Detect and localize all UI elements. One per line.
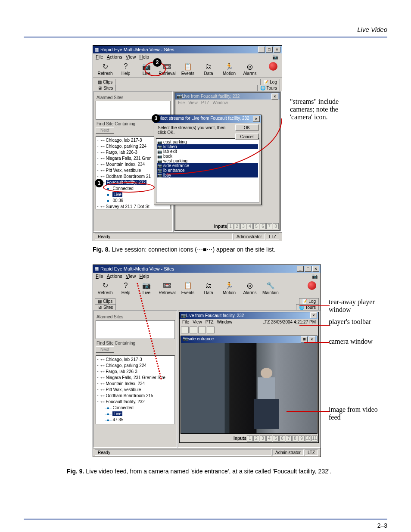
annotation-video-feed: image from video feed bbox=[329, 406, 387, 421]
camera-icon[interactable]: 📷 bbox=[312, 274, 318, 279]
input-btn[interactable]: 4 bbox=[266, 436, 272, 442]
inner-close[interactable]: × bbox=[271, 93, 278, 100]
tb-data[interactable]: 🗂Data bbox=[198, 281, 219, 295]
camera-icon bbox=[157, 140, 162, 144]
input-btn[interactable]: 2 bbox=[253, 436, 259, 442]
layout-1-button[interactable] bbox=[181, 327, 189, 333]
tab-sites[interactable]: 🖥 Sites bbox=[95, 85, 116, 91]
tb-maintain[interactable]: 🔧Maintain bbox=[260, 281, 281, 295]
menu-actions[interactable]: Actions bbox=[107, 54, 122, 60]
tree-node[interactable]: Oddham Boardroom 215 bbox=[97, 393, 174, 399]
input-btn[interactable]: 3 bbox=[240, 223, 246, 229]
layout-grid-button[interactable] bbox=[198, 327, 206, 333]
tree-node[interactable]: Chicago, parking 224 bbox=[97, 363, 174, 369]
camera-close[interactable]: × bbox=[308, 336, 315, 342]
tb-help[interactable]: ?Help bbox=[115, 62, 136, 76]
tree-node[interactable]: Niagara Falls, 231 Grenier Stre bbox=[97, 375, 174, 381]
tree-child[interactable]: Connected bbox=[105, 405, 174, 411]
next-button[interactable]: Next bbox=[96, 346, 114, 353]
maximize-button[interactable]: □ bbox=[266, 47, 273, 53]
menu-actions[interactable]: Actions bbox=[107, 274, 122, 279]
tab-clips[interactable]: ▦ Clips bbox=[95, 79, 115, 85]
menu-file[interactable]: File bbox=[96, 274, 103, 279]
tree-node[interactable]: Mountain Index, 234 bbox=[97, 381, 174, 387]
menu-help[interactable]: Help bbox=[140, 54, 149, 60]
inner-menu-view[interactable]: View bbox=[193, 320, 202, 324]
tab-log[interactable]: 📝 Log bbox=[299, 298, 319, 304]
inner-menu-view[interactable]: View bbox=[188, 100, 198, 105]
layout-2-button[interactable] bbox=[190, 327, 197, 333]
tb-data[interactable]: 🗂Data bbox=[198, 62, 219, 76]
tree-node[interactable]: Fargo, lab 226-3 bbox=[97, 369, 174, 375]
input-btn[interactable]: 6 bbox=[260, 223, 266, 229]
input-btn[interactable]: 9 bbox=[299, 436, 305, 442]
minimize-button[interactable]: _ bbox=[297, 266, 304, 272]
input-btn[interactable]: 7 bbox=[286, 436, 292, 442]
tree-child[interactable]: 47:35 bbox=[105, 417, 174, 423]
menu-help[interactable]: Help bbox=[140, 274, 149, 279]
camera-layout-btn[interactable]: ⊞ bbox=[301, 336, 308, 342]
tb-alarms[interactable]: ◎Alarms bbox=[240, 281, 260, 295]
tb-retrieval[interactable]: 📼Retrieval bbox=[157, 281, 177, 295]
tb-refresh[interactable]: ↻Refresh bbox=[95, 281, 115, 295]
tab-clips[interactable]: ▦ Clips bbox=[95, 298, 115, 304]
tb-events[interactable]: 📋Events bbox=[177, 281, 198, 295]
status-tz: LTZ bbox=[266, 233, 279, 240]
record-indicator[interactable] bbox=[269, 62, 277, 71]
tree-node[interactable]: Chicago, lab 217-3 bbox=[97, 357, 174, 363]
annot-circle-1 bbox=[103, 182, 155, 193]
maximize-button[interactable]: □ bbox=[305, 266, 311, 272]
input-btn[interactable]: 7 bbox=[266, 223, 272, 229]
tab-sites[interactable]: 🖥 Sites bbox=[95, 304, 116, 310]
menubar[interactable]: File Actions View Help 📷 bbox=[93, 273, 321, 280]
record-indicator[interactable] bbox=[308, 281, 316, 290]
input-btn[interactable]: 1 bbox=[247, 436, 253, 442]
tb-events[interactable]: 📋Events bbox=[177, 62, 198, 76]
tb-alarms[interactable]: ◎Alarms bbox=[240, 62, 260, 76]
close-button[interactable]: × bbox=[274, 47, 280, 53]
tb-motion[interactable]: 🏃Motion bbox=[219, 281, 240, 295]
tree-node[interactable]: Foucault facility, 232 bbox=[97, 399, 174, 405]
tree-child[interactable]: Live bbox=[105, 411, 174, 417]
inputs-label: Inputs bbox=[214, 224, 227, 229]
inner-menu-ptz[interactable]: PTZ bbox=[206, 320, 214, 324]
inner-close[interactable]: × bbox=[310, 312, 317, 318]
camera-icon[interactable]: 📷 bbox=[272, 54, 278, 60]
alarmed-sites-list[interactable] bbox=[96, 320, 175, 339]
tree-node[interactable]: Pitt Wax, vestibule bbox=[97, 387, 174, 393]
input-btn[interactable]: 4 bbox=[247, 223, 253, 229]
tb-motion[interactable]: 🏃Motion bbox=[219, 62, 240, 76]
tab-tours[interactable]: 🌐 Tours bbox=[257, 85, 280, 91]
inner-menu-ptz[interactable]: PTZ bbox=[201, 100, 209, 105]
menu-view[interactable]: View bbox=[126, 54, 136, 60]
menu-file[interactable]: File bbox=[96, 54, 103, 60]
input-btn[interactable]: 10 bbox=[305, 436, 311, 442]
inner-menu-file[interactable]: File bbox=[178, 100, 185, 105]
site-tree[interactable]: Chicago, lab 217-3 Chicago, parking 224 … bbox=[96, 355, 175, 424]
input-btn[interactable]: 5 bbox=[253, 223, 259, 229]
close-button[interactable]: × bbox=[312, 266, 319, 272]
input-btn[interactable]: 1 bbox=[227, 223, 234, 229]
minimize-button[interactable]: _ bbox=[258, 47, 265, 53]
next-button[interactable]: Next bbox=[96, 127, 114, 134]
player-toolbar bbox=[180, 325, 318, 335]
input-btn[interactable]: 2 bbox=[234, 223, 240, 229]
input-btn[interactable]: 5 bbox=[273, 436, 279, 442]
input-btn[interactable]: 11 bbox=[311, 436, 318, 442]
input-btn[interactable]: 8 bbox=[273, 223, 279, 229]
input-btn[interactable]: 6 bbox=[279, 436, 285, 442]
tb-refresh[interactable]: ↻Refresh bbox=[95, 62, 115, 76]
tb-help[interactable]: ?Help bbox=[115, 281, 136, 295]
input-btn[interactable]: 3 bbox=[260, 436, 266, 442]
menubar[interactable]: File Actions View Help 📷 bbox=[93, 53, 282, 61]
inner-menu-window[interactable]: Window bbox=[217, 320, 233, 324]
inner-menubar[interactable]: File View PTZ Window bbox=[175, 100, 280, 106]
input-btn[interactable]: 8 bbox=[292, 436, 298, 442]
menu-view[interactable]: View bbox=[126, 274, 136, 279]
layout-multi-button[interactable] bbox=[207, 327, 215, 333]
annot-line-3 bbox=[304, 342, 330, 343]
inner-menu-window[interactable]: Window bbox=[213, 100, 228, 105]
inner-menubar[interactable]: File View PTZ Window LTZ 28/05/2004 4:21… bbox=[180, 319, 318, 325]
inner-menu-file[interactable]: File bbox=[182, 320, 189, 324]
tab-log[interactable]: 📝 Log bbox=[260, 79, 280, 85]
